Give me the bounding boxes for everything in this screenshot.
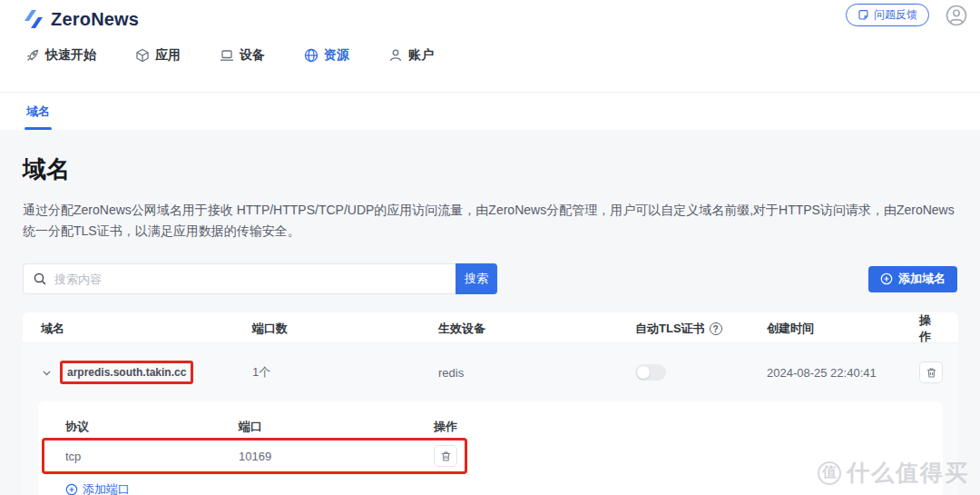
search-input[interactable] bbox=[54, 272, 446, 286]
page-title: 域名 bbox=[23, 153, 957, 185]
ports-subtable: 协议 端口 操作 tcp 10169 bbox=[38, 401, 943, 495]
laptop-icon bbox=[220, 48, 234, 63]
globe-icon bbox=[304, 48, 318, 63]
cube-icon bbox=[135, 48, 150, 63]
feedback-icon bbox=[858, 9, 869, 21]
port-value: 10169 bbox=[239, 450, 434, 463]
domain-table: 域名 端口数 生效设备 自动TLS证书 ? 创建时间 操作 arpredis.s… bbox=[23, 312, 958, 495]
table-header-row: 域名 端口数 生效设备 自动TLS证书 ? 创建时间 操作 bbox=[23, 312, 958, 343]
top-header: ZeroNews 问题反馈 快速开始 bbox=[0, 0, 980, 93]
port-count: 1个 bbox=[252, 364, 438, 381]
toggle-knob bbox=[637, 366, 650, 379]
add-port-link[interactable]: 添加端口 bbox=[65, 481, 130, 495]
col-port-ops: 操作 bbox=[434, 419, 916, 435]
trash-icon bbox=[440, 450, 452, 462]
search-box bbox=[23, 263, 456, 294]
table-row: arpredis.south.takin.cc 1个 redis 2024-08… bbox=[23, 343, 958, 401]
col-ports: 端口数 bbox=[252, 321, 438, 337]
nav-item-resources[interactable]: 资源 bbox=[304, 47, 349, 64]
nav-item-account[interactable]: 账户 bbox=[388, 47, 434, 64]
col-domain: 域名 bbox=[41, 321, 252, 337]
port-row: tcp 10169 bbox=[38, 440, 943, 472]
nav-item-devices[interactable]: 设备 bbox=[220, 47, 265, 64]
zeronews-logo-icon bbox=[23, 8, 44, 30]
plus-circle-icon bbox=[65, 483, 78, 495]
col-ops: 操作 bbox=[919, 312, 940, 345]
rocket-icon bbox=[25, 48, 40, 63]
user-avatar[interactable] bbox=[946, 5, 967, 26]
nav-item-quickstart[interactable]: 快速开始 bbox=[25, 47, 96, 64]
tls-help-icon[interactable]: ? bbox=[710, 322, 722, 335]
tls-toggle[interactable] bbox=[635, 364, 666, 381]
tab-domain[interactable]: 域名 bbox=[24, 93, 52, 130]
sub-tabs: 域名 bbox=[0, 93, 980, 130]
add-domain-button[interactable]: 添加域名 bbox=[868, 266, 957, 292]
trash-icon bbox=[926, 367, 937, 379]
user-icon bbox=[388, 48, 403, 63]
active-tab-underline bbox=[24, 127, 52, 130]
feedback-button[interactable]: 问题反馈 bbox=[846, 4, 929, 26]
protocol-value: tcp bbox=[65, 450, 239, 463]
col-tls: 自动TLS证书 ? bbox=[635, 321, 767, 337]
search-button[interactable]: 搜索 bbox=[456, 263, 497, 294]
ports-header-row: 协议 端口 操作 bbox=[38, 414, 943, 440]
created-time: 2024-08-25 22:40:41 bbox=[767, 366, 919, 380]
col-created: 创建时间 bbox=[767, 321, 919, 337]
col-protocol: 协议 bbox=[65, 419, 239, 435]
device-name: redis bbox=[438, 366, 635, 380]
chevron-down-icon[interactable] bbox=[41, 367, 53, 379]
nav-item-apps[interactable]: 应用 bbox=[135, 47, 181, 64]
page-description: 通过分配ZeroNews公网域名用于接收 HTTP/HTTPS/TCP/UDP的… bbox=[23, 200, 957, 242]
brand-logo[interactable]: ZeroNews bbox=[0, 0, 980, 33]
brand-name: ZeroNews bbox=[51, 9, 139, 30]
delete-domain-button[interactable] bbox=[919, 361, 943, 383]
col-port: 端口 bbox=[239, 419, 434, 435]
delete-port-button[interactable] bbox=[434, 445, 457, 467]
expanded-row-panel: 协议 端口 操作 tcp 10169 bbox=[23, 401, 958, 495]
col-device: 生效设备 bbox=[438, 321, 635, 337]
main-nav: 快速开始 应用 设备 资源 bbox=[0, 47, 980, 64]
plus-circle-icon bbox=[880, 272, 893, 285]
search-icon bbox=[33, 272, 47, 286]
domain-name-annotated[interactable]: arpredis.south.takin.cc bbox=[60, 361, 193, 384]
